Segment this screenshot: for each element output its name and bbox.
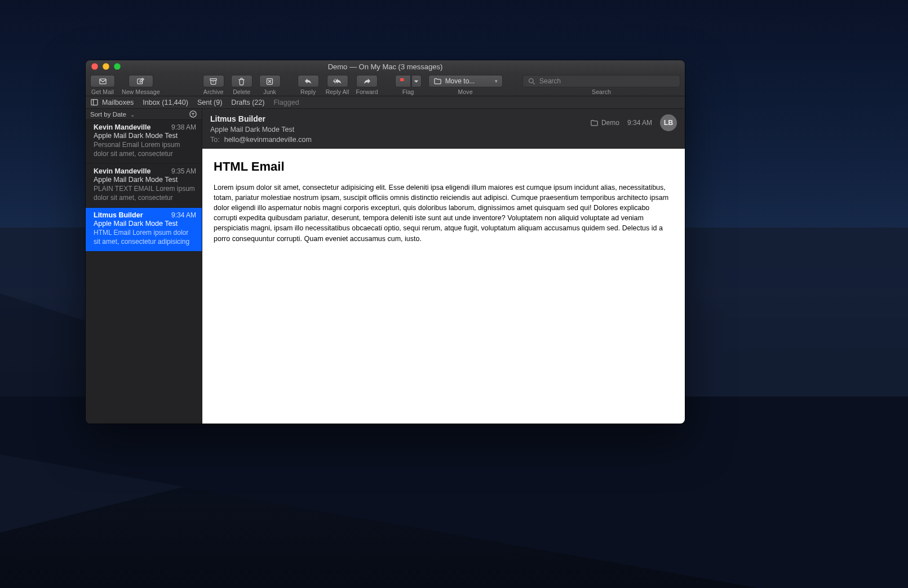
email-body-text: Lorem ipsum dolor sit amet, consectetur … <box>214 182 674 244</box>
archive-group: Archive <box>203 75 224 95</box>
trash-icon <box>237 77 246 86</box>
delete-button[interactable] <box>231 75 253 87</box>
reader-header: Demo 9:34 AM LB Litmus Builder Apple Mai… <box>202 109 685 149</box>
reply-button[interactable] <box>298 75 319 87</box>
folder-icon <box>590 119 599 127</box>
reader-meta: Demo 9:34 AM LB <box>590 114 677 131</box>
wallpaper-mountain-front <box>0 397 908 588</box>
archive-button[interactable] <box>203 75 224 87</box>
reply-all-group: Reply All <box>326 75 349 95</box>
toolbar: Get Mail New Message Archive Delete <box>86 73 685 96</box>
reader-time: 9:34 AM <box>627 119 652 127</box>
message-from: Litmus Builder <box>94 211 143 219</box>
sidebar-icon <box>90 98 99 106</box>
message-item[interactable]: Kevin Mandeville9:38 AMApple Mail Dark M… <box>86 120 202 164</box>
titlebar[interactable]: Demo — On My Mac (3 messages) <box>86 60 685 73</box>
message-list: Sort by Date ⌄ Kevin Mandeville9:38 AMAp… <box>86 109 202 424</box>
forward-group: Forward <box>356 75 378 95</box>
reader-to-row: To: hello@kevinmandeville.com <box>210 136 677 144</box>
flag-icon <box>398 77 407 86</box>
flag-label: Flag <box>402 88 414 95</box>
window-title: Demo — On My Mac (3 messages) <box>86 63 685 71</box>
message-from: Kevin Mandeville <box>94 123 150 131</box>
junk-group: Junk <box>259 75 281 95</box>
compose-icon <box>136 77 145 86</box>
message-time: 9:35 AM <box>171 167 196 175</box>
move-to-dropdown[interactable]: Move to... ▾ <box>428 75 503 87</box>
get-mail-button[interactable] <box>90 75 115 87</box>
move-to-text: Move to... <box>445 77 491 85</box>
archive-label: Archive <box>203 88 224 95</box>
reply-all-button[interactable] <box>327 75 348 87</box>
message-item[interactable]: Kevin Mandeville9:35 AMApple Mail Dark M… <box>86 164 202 208</box>
message-preview: Personal Email Lorem ipsum dolor sit ame… <box>94 141 196 159</box>
message-time: 9:38 AM <box>171 123 196 131</box>
archive-icon <box>209 77 218 86</box>
chevron-down-icon <box>412 77 420 86</box>
chevron-down-icon: ⌄ <box>129 112 135 118</box>
favorites-flagged[interactable]: Flagged <box>273 99 299 106</box>
email-heading: HTML Email <box>214 158 674 176</box>
junk-icon <box>265 77 274 86</box>
svg-point-4 <box>529 78 534 83</box>
favorites-sent[interactable]: Sent (9) <box>197 99 222 106</box>
body: Sort by Date ⌄ Kevin Mandeville9:38 AMAp… <box>86 109 685 424</box>
search-label: Search <box>592 88 611 95</box>
reader-to-label: To: <box>210 136 220 144</box>
mailboxes-label: Mailboxes <box>102 99 134 106</box>
svg-rect-2 <box>210 78 216 80</box>
svg-point-6 <box>190 111 196 117</box>
search-group: Search <box>522 75 680 95</box>
reader-to-value[interactable]: hello@kevinmandeville.com <box>224 136 312 144</box>
flag-menu-button[interactable] <box>411 75 422 87</box>
get-mail-group: Get Mail <box>90 75 115 95</box>
traffic-lights <box>86 63 121 70</box>
reader-content[interactable]: HTML Email Lorem ipsum dolor sit amet, c… <box>202 149 685 424</box>
junk-label: Junk <box>263 88 276 95</box>
reader-pane: Demo 9:34 AM LB Litmus Builder Apple Mai… <box>202 109 685 424</box>
minimize-button[interactable] <box>103 63 109 70</box>
svg-rect-5 <box>91 100 98 105</box>
filter-icon[interactable] <box>189 110 197 118</box>
delete-group: Delete <box>231 75 253 95</box>
mailboxes-toggle[interactable]: Mailboxes <box>90 98 134 106</box>
fullscreen-button[interactable] <box>114 63 121 70</box>
flag-button[interactable] <box>395 75 411 87</box>
search-field-wrap[interactable] <box>522 75 680 87</box>
favorites-bar: Mailboxes Inbox (11,440) Sent (9) Drafts… <box>86 96 685 109</box>
reader-folder[interactable]: Demo <box>590 119 619 127</box>
message-subject: Apple Mail Dark Mode Test <box>94 132 196 140</box>
envelope-icon <box>99 77 107 86</box>
favorites-inbox[interactable]: Inbox (11,440) <box>143 99 188 106</box>
folder-icon <box>433 77 442 86</box>
message-item[interactable]: Litmus Builder9:34 AMApple Mail Dark Mod… <box>86 208 202 252</box>
sort-bar[interactable]: Sort by Date ⌄ <box>86 109 202 120</box>
message-from: Kevin Mandeville <box>94 167 150 175</box>
new-message-button[interactable] <box>129 75 153 87</box>
search-input[interactable] <box>539 77 675 85</box>
message-time: 9:34 AM <box>171 211 196 219</box>
reply-all-label: Reply All <box>326 88 349 95</box>
junk-button[interactable] <box>259 75 281 87</box>
chevron-down-icon: ▾ <box>495 78 498 84</box>
close-button[interactable] <box>91 63 98 70</box>
reply-all-icon <box>333 77 342 86</box>
new-message-label: New Message <box>122 88 160 95</box>
message-preview: HTML Email Lorem ipsum dolor sit amet, c… <box>94 229 196 247</box>
mail-window: Demo — On My Mac (3 messages) Get Mail N… <box>86 60 685 424</box>
message-subject: Apple Mail Dark Mode Test <box>94 220 196 228</box>
reader-folder-name: Demo <box>601 119 619 127</box>
flag-group: Flag <box>395 75 422 95</box>
forward-button[interactable] <box>356 75 378 87</box>
reply-icon <box>304 77 312 86</box>
message-preview: PLAIN TEXT EMAIL Lorem ipsum dolor sit a… <box>94 185 196 203</box>
forward-label: Forward <box>356 88 378 95</box>
reply-label: Reply <box>300 88 316 95</box>
sort-label: Sort by Date <box>90 111 126 118</box>
favorites-drafts[interactable]: Drafts (22) <box>231 99 264 106</box>
move-label: Move <box>458 88 473 95</box>
reply-group: Reply <box>298 75 319 95</box>
move-group: Move to... ▾ Move <box>428 75 503 95</box>
message-subject: Apple Mail Dark Mode Test <box>94 176 196 184</box>
sender-avatar[interactable]: LB <box>660 114 677 131</box>
